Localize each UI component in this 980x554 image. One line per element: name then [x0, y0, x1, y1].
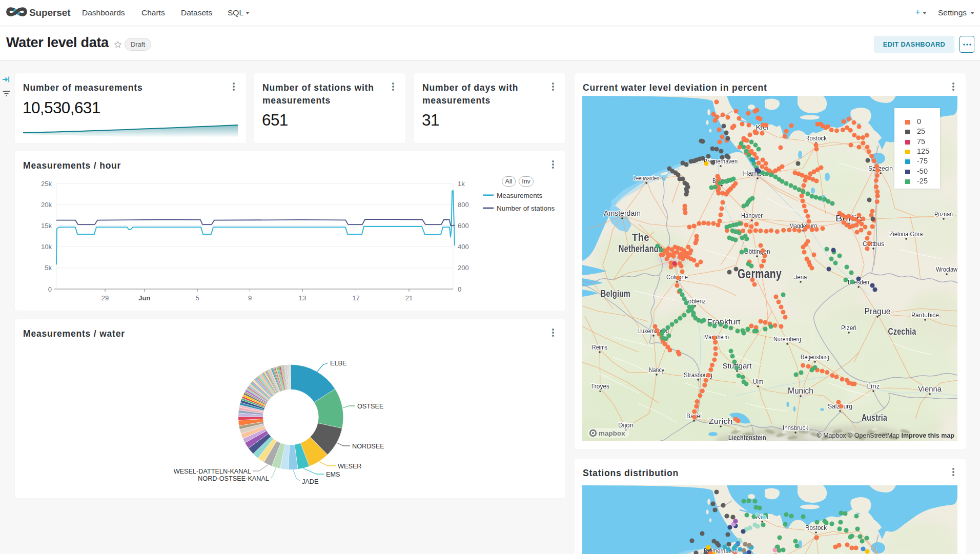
svg-text:EMS: EMS — [326, 471, 340, 478]
svg-text:NORDSEE: NORDSEE — [352, 443, 384, 450]
svg-text:400: 400 — [458, 243, 469, 251]
svg-text:Jun: Jun — [138, 294, 150, 302]
svg-text:NORD-OSTSEE-KANAL: NORD-OSTSEE-KANAL — [198, 475, 269, 482]
svg-text:9: 9 — [248, 294, 252, 302]
svg-text:200: 200 — [458, 264, 469, 272]
svg-text:15k: 15k — [41, 222, 52, 230]
svg-text:800: 800 — [458, 201, 469, 209]
svg-text:29: 29 — [101, 294, 109, 302]
svg-text:Measurements: Measurements — [497, 192, 543, 199]
svg-text:JADE: JADE — [302, 478, 318, 485]
svg-text:13: 13 — [299, 294, 306, 302]
svg-text:0: 0 — [48, 285, 52, 293]
svg-text:1k: 1k — [458, 180, 465, 188]
svg-text:600: 600 — [458, 222, 469, 230]
svg-text:5k: 5k — [45, 264, 52, 272]
svg-text:0: 0 — [458, 285, 461, 293]
svg-text:25k: 25k — [41, 180, 52, 188]
svg-text:Number of stations: Number of stations — [497, 204, 555, 212]
svg-text:20k: 20k — [41, 201, 52, 209]
svg-text:OSTSEE: OSTSEE — [357, 403, 383, 410]
svg-text:mapbox: mapbox — [599, 429, 625, 437]
svg-text:WESEL-DATTELN-KANAL: WESEL-DATTELN-KANAL — [174, 468, 251, 475]
svg-text:WESER: WESER — [338, 463, 362, 470]
svg-text:17: 17 — [352, 294, 359, 302]
svg-text:10k: 10k — [41, 243, 52, 251]
svg-text:5: 5 — [195, 294, 199, 302]
svg-text:21: 21 — [405, 294, 413, 302]
svg-text:ELBE: ELBE — [330, 360, 346, 367]
